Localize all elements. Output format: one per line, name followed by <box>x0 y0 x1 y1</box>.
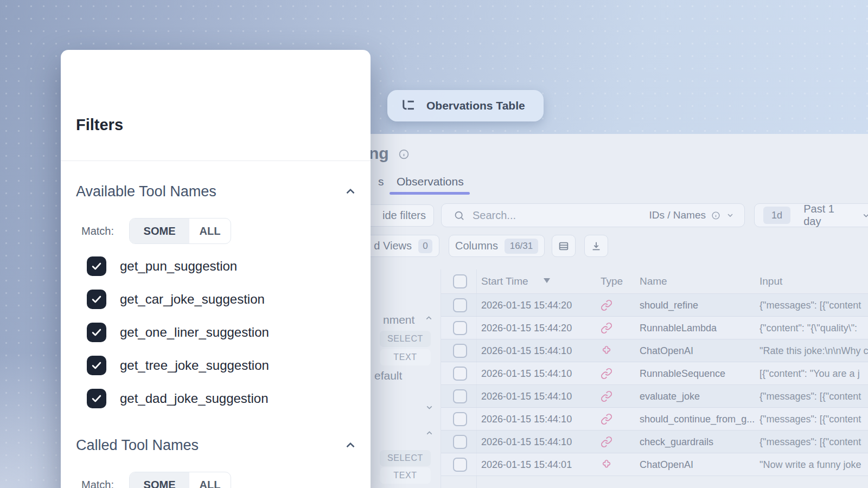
column-type[interactable]: Type <box>601 275 623 287</box>
match-toggle: SOME ALL <box>129 472 231 488</box>
table-body: 2026-01-15 15:44:20 should_refine {"mess… <box>441 294 868 476</box>
section-available-tool-names[interactable]: Available Tool Names <box>76 183 358 200</box>
observations-table-view-button[interactable]: Obervations Table <box>387 90 544 121</box>
row-checkbox[interactable] <box>453 389 467 403</box>
row-start-time: 2026-01-15 15:44:10 <box>481 413 572 425</box>
column-input[interactable]: Input <box>760 275 782 287</box>
search-placeholder: Search... <box>473 209 516 222</box>
row-start-time: 2026-01-15 15:44:20 <box>481 299 572 311</box>
chevron-up-icon[interactable] <box>343 184 358 198</box>
tool-label: get_pun_suggestion <box>120 259 237 274</box>
row-checkbox[interactable] <box>453 344 467 358</box>
saved-views-count: 0 <box>418 239 432 253</box>
search-icon <box>454 210 465 221</box>
chevron-down-icon[interactable] <box>425 403 434 412</box>
columns-count: 16/31 <box>505 239 538 254</box>
search-scope-select[interactable]: IDs / Names <box>649 209 735 221</box>
row-input: {"content": "{\"quality\": <box>760 322 868 333</box>
section-called-tool-names[interactable]: Called Tool Names <box>76 437 358 454</box>
observation-type-icon <box>601 345 612 357</box>
list-tree-icon <box>399 97 418 115</box>
match-option-all[interactable]: ALL <box>189 472 231 488</box>
time-range-badge: 1d <box>763 207 790 224</box>
chain-link-icon <box>601 390 612 402</box>
info-icon <box>711 211 720 220</box>
row-checkbox[interactable] <box>453 298 467 312</box>
tool-checkbox-checked[interactable] <box>87 323 106 342</box>
hide-filters-label: ide filters <box>382 209 426 222</box>
column-name[interactable]: Name <box>640 275 667 287</box>
text-mode-button[interactable]: TEXT <box>380 467 431 484</box>
row-checkbox[interactable] <box>453 321 467 335</box>
row-name: check_guardrails <box>640 436 713 447</box>
column-start-time[interactable]: Start Time <box>481 275 528 287</box>
row-start-time: 2026-01-15 15:44:01 <box>481 459 572 470</box>
tool-filter-item[interactable]: get_one_liner_suggestion <box>87 322 360 343</box>
row-height-button[interactable] <box>552 235 576 257</box>
tool-filter-item[interactable]: get_pun_suggestion <box>87 256 360 277</box>
observation-type-icon <box>601 436 612 448</box>
columns-label: Columns <box>455 240 498 252</box>
table-row[interactable]: 2026-01-15 15:44:10 evaluate_joke {"mess… <box>441 385 868 408</box>
search-scope-label: IDs / Names <box>649 209 706 221</box>
sort-desc-icon[interactable] <box>544 278 550 283</box>
chevron-up-icon[interactable] <box>343 438 358 452</box>
row-name: ChatOpenAI <box>640 459 693 470</box>
tool-list-available: get_pun_suggestion get_car_joke_suggesti… <box>87 256 360 421</box>
row-start-time: 2026-01-15 15:44:10 <box>481 345 572 356</box>
tool-filter-item[interactable]: get_car_joke_suggestion <box>87 289 360 310</box>
chevron-up-icon[interactable] <box>424 313 433 323</box>
select-all-checkbox[interactable] <box>453 274 467 288</box>
columns-button[interactable]: Columns 16/31 <box>449 235 545 257</box>
row-name: evaluate_joke <box>640 390 700 402</box>
tab-observations[interactable]: Observations <box>397 175 464 188</box>
select-mode-button[interactable]: SELECT <box>380 331 431 347</box>
observations-table: Start Time Type Name Input 2026-01-15 15… <box>441 269 868 488</box>
column-separator <box>476 269 477 488</box>
row-name: RunnableLambda <box>640 322 717 333</box>
info-icon[interactable] <box>398 149 410 160</box>
observation-type-icon <box>601 299 612 311</box>
generation-clover-icon <box>601 459 612 471</box>
table-row[interactable]: 2026-01-15 15:44:10 should_continue_from… <box>441 408 868 431</box>
chevron-up-icon[interactable] <box>425 428 434 438</box>
generation-clover-icon <box>601 345 612 357</box>
tool-checkbox-checked[interactable] <box>87 389 106 408</box>
sidebar-item-default: efault <box>374 369 402 382</box>
divider <box>61 160 371 161</box>
tab-traces[interactable]: s <box>378 175 384 188</box>
row-checkbox[interactable] <box>453 412 467 426</box>
observation-type-icon <box>601 322 612 334</box>
chevron-down-icon <box>861 211 868 220</box>
observation-type-icon <box>601 459 612 471</box>
row-checkbox[interactable] <box>453 435 467 449</box>
match-option-some[interactable]: SOME <box>130 472 189 488</box>
table-row[interactable]: 2026-01-15 15:44:10 RunnableSequence [{"… <box>441 362 868 385</box>
observation-type-icon <box>601 413 612 425</box>
match-option-some[interactable]: SOME <box>130 219 189 243</box>
match-row: Match: SOME ALL <box>81 218 231 244</box>
time-range-select[interactable]: 1d Past 1 day <box>754 203 868 227</box>
tool-checkbox-checked[interactable] <box>87 356 106 375</box>
text-mode-button[interactable]: TEXT <box>380 349 431 365</box>
export-button[interactable] <box>584 235 608 257</box>
tool-checkbox-checked[interactable] <box>87 256 106 276</box>
row-start-time: 2026-01-15 15:44:10 <box>481 368 572 379</box>
row-input: "Now write a funny joke <box>760 459 868 470</box>
filters-title: Filters <box>76 116 123 134</box>
search-input[interactable]: Search... IDs / Names <box>441 203 745 227</box>
match-option-all[interactable]: ALL <box>189 219 231 243</box>
row-checkbox[interactable] <box>453 367 467 381</box>
table-row[interactable]: 2026-01-15 15:44:01 ChatOpenAI "Now writ… <box>441 453 868 476</box>
tool-checkbox-checked[interactable] <box>87 290 106 309</box>
table-row[interactable]: 2026-01-15 15:44:20 RunnableLambda {"con… <box>441 317 868 339</box>
active-tab-underline <box>390 192 470 195</box>
table-row[interactable]: 2026-01-15 15:44:10 check_guardrails {"m… <box>441 431 868 453</box>
select-mode-button[interactable]: SELECT <box>380 450 431 466</box>
row-input: "Rate this joke:\n\nWhy c <box>760 345 868 356</box>
tool-filter-item[interactable]: get_dad_joke_suggestion <box>87 388 360 409</box>
table-row[interactable]: 2026-01-15 15:44:20 should_refine {"mess… <box>441 294 868 317</box>
row-checkbox[interactable] <box>453 458 467 472</box>
tool-filter-item[interactable]: get_tree_joke_suggestion <box>87 355 360 376</box>
table-row[interactable]: 2026-01-15 15:44:10 ChatOpenAI "Rate thi… <box>441 339 868 362</box>
